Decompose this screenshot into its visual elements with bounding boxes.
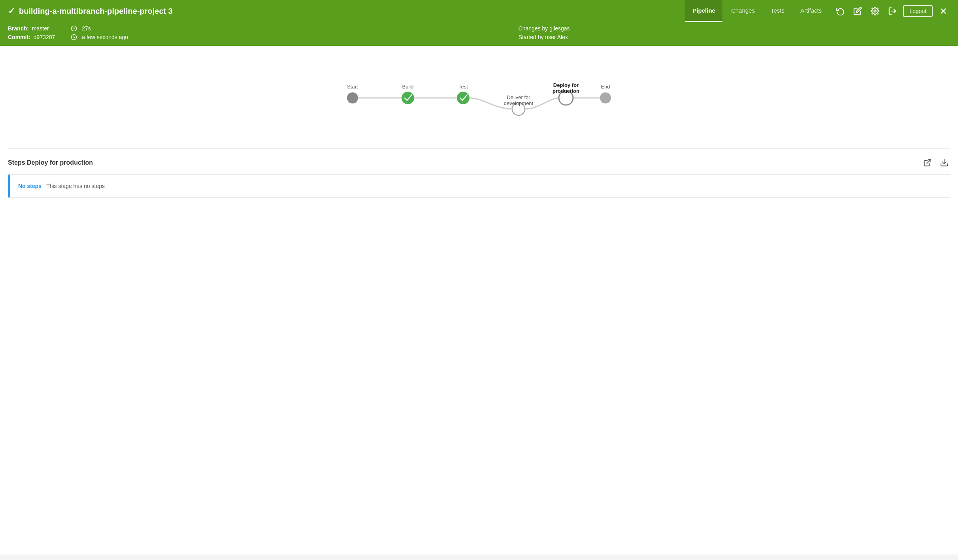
changes-text: Changes by gilesgas xyxy=(519,25,570,32)
tab-pipeline[interactable]: Pipeline xyxy=(685,0,722,22)
no-steps-message: This stage has no steps xyxy=(46,183,105,189)
node-build[interactable] xyxy=(402,92,414,104)
steps-title: Steps Deploy for production xyxy=(8,159,93,166)
commit-label: Commit: xyxy=(8,34,30,40)
node-test[interactable] xyxy=(457,92,470,104)
header-meta: Branch: master Commit: d973207 27s xyxy=(0,22,958,46)
download-icon xyxy=(940,158,949,167)
svg-line-9 xyxy=(927,160,931,163)
label-start: Start xyxy=(347,84,358,90)
main-content: Start Build Test Deliver for development… xyxy=(0,46,958,554)
label-deploy-line2: production xyxy=(553,88,579,94)
branch-value: master xyxy=(32,25,49,32)
branch-label: Branch: xyxy=(8,25,29,32)
duration-icon xyxy=(71,25,77,32)
commit-value: d973207 xyxy=(34,34,55,40)
label-deliver-line2: development xyxy=(504,100,534,106)
steps-body: No steps This stage has no steps xyxy=(10,175,113,197)
external-link-icon xyxy=(923,158,932,167)
nav-tabs: Pipeline Changes Tests Artifacts xyxy=(685,0,829,22)
gear-icon xyxy=(871,7,879,15)
clock-icon xyxy=(71,34,77,40)
steps-section: Steps Deploy for production xyxy=(8,148,950,198)
steps-actions xyxy=(922,157,950,169)
pipeline-svg: Start Build Test Deliver for development… xyxy=(329,70,629,117)
download-button[interactable] xyxy=(938,157,950,169)
duration-value: 27s xyxy=(82,25,91,32)
node-end[interactable] xyxy=(600,92,611,103)
tab-changes[interactable]: Changes xyxy=(724,0,762,22)
close-icon xyxy=(939,7,948,15)
svg-point-0 xyxy=(874,10,876,12)
logout-button[interactable]: Logout xyxy=(903,5,933,17)
time-value: a few seconds ago xyxy=(82,34,128,40)
close-button[interactable] xyxy=(937,4,950,18)
external-link-button[interactable] xyxy=(922,157,933,169)
tab-artifacts[interactable]: Artifacts xyxy=(793,0,829,22)
node-start[interactable] xyxy=(347,92,358,103)
no-steps-label: No steps xyxy=(18,183,41,189)
label-test: Test xyxy=(458,84,468,90)
edit-button[interactable] xyxy=(851,4,864,18)
settings-button[interactable] xyxy=(868,4,882,18)
signout-icon xyxy=(888,7,897,15)
label-build: Build xyxy=(402,84,414,90)
header-icons: Logout xyxy=(834,4,950,18)
pipeline-diagram: Start Build Test Deliver for development… xyxy=(8,54,950,141)
logout-icon-button[interactable] xyxy=(886,4,899,18)
started-text: Started by user Alex xyxy=(519,34,568,40)
label-deliver-line1: Deliver for xyxy=(507,94,530,100)
refresh-button[interactable] xyxy=(834,4,847,18)
tab-tests[interactable]: Tests xyxy=(764,0,792,22)
steps-content: No steps This stage has no steps xyxy=(8,174,950,198)
pencil-icon xyxy=(853,7,862,15)
steps-header: Steps Deploy for production xyxy=(8,153,950,174)
label-end: End xyxy=(601,84,610,90)
label-deploy-line1: Deploy for xyxy=(553,82,579,88)
refresh-icon xyxy=(836,7,845,15)
project-title: building-a-multibranch-pipeline-project … xyxy=(19,7,173,16)
status-check-icon: ✓ xyxy=(8,6,15,16)
